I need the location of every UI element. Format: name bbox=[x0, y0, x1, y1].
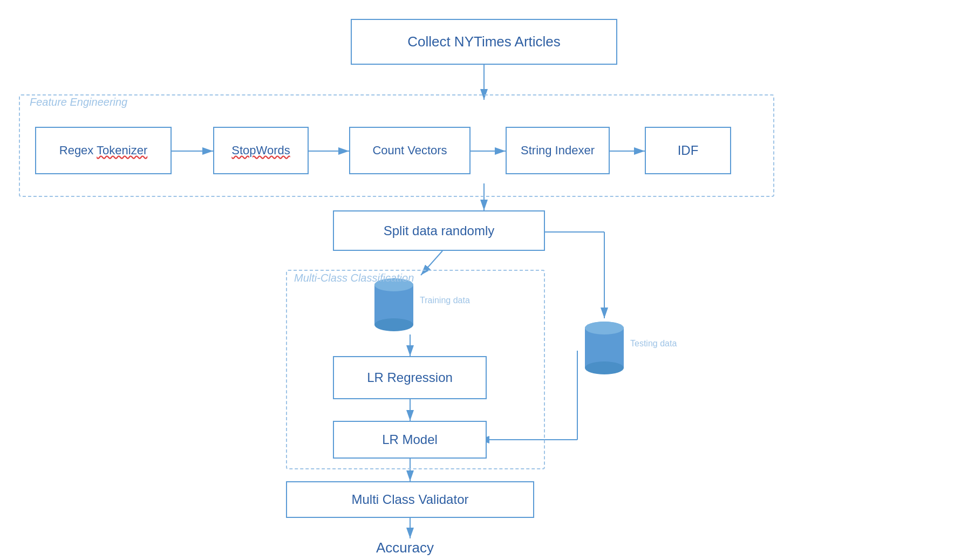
stringindexer-box: String Indexer bbox=[506, 127, 610, 174]
diagram: Collect NYTimes Articles Feature Enginee… bbox=[0, 0, 968, 560]
validator-box: Multi Class Validator bbox=[286, 481, 534, 518]
tokenizer-underline: Tokenizer bbox=[97, 144, 147, 157]
regex-box: Regex Tokenizer bbox=[35, 127, 172, 174]
svg-point-23 bbox=[585, 322, 624, 334]
regex-label: Regex Tokenizer bbox=[59, 144, 147, 158]
splitdata-box: Split data randomly bbox=[333, 210, 545, 251]
countvectors-box: Count Vectors bbox=[349, 127, 471, 174]
testing-label: Testing data bbox=[630, 339, 677, 349]
multiclass-label: Multi-Class Classification bbox=[294, 272, 414, 284]
stopwords-label: StopWords bbox=[231, 144, 290, 158]
testing-cylinder-wrap: Testing data bbox=[583, 318, 626, 378]
lrmodel-box: LR Model bbox=[333, 421, 487, 459]
accuracy-label: Accuracy bbox=[376, 539, 434, 556]
idf-box: IDF bbox=[645, 127, 731, 174]
svg-point-22 bbox=[585, 361, 624, 374]
stopwords-underline: StopWords bbox=[231, 144, 290, 157]
collect-box: Collect NYTimes Articles bbox=[351, 19, 617, 65]
lrregression-box: LR Regression bbox=[333, 356, 487, 399]
testing-cylinder-svg bbox=[583, 318, 626, 378]
feature-engineering-label: Feature Engineering bbox=[30, 96, 127, 108]
stopwords-box: StopWords bbox=[213, 127, 309, 174]
